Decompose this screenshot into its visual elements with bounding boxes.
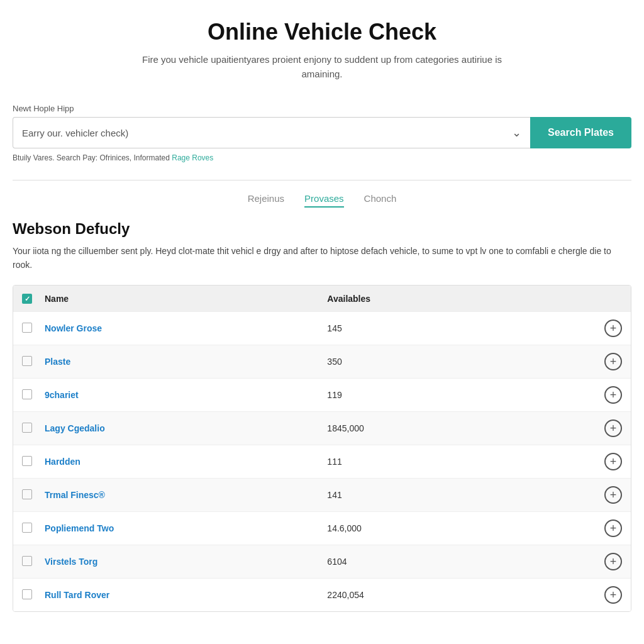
row-checkbox-cell [13,579,36,612]
tab-provases[interactable]: Provases [304,193,344,208]
search-hint: Btuily Vares. Search Pay: Ofrinices, Inf… [13,153,631,162]
row-availables-cell: 141 [318,479,516,512]
search-row: Earry our. vehicler check) ⌄ Search Plat… [13,117,631,148]
add-icon[interactable]: + [604,386,622,404]
item-name-link[interactable]: Rull Tard Rover [45,590,109,600]
search-select-wrapper: Earry our. vehicler check) ⌄ [13,117,530,148]
row-name-cell: Hardden [36,445,318,479]
add-icon[interactable]: + [604,553,622,570]
add-icon[interactable]: + [604,586,622,604]
add-icon[interactable]: + [604,453,622,470]
row-checkbox[interactable] [22,423,32,433]
table-header-row: ✓ Name Availables [13,286,631,312]
row-checkbox-cell [13,512,36,545]
row-action-cell: + [516,512,631,545]
row-action-cell: + [516,412,631,445]
row-checkbox[interactable] [22,556,32,566]
row-checkbox-cell [13,479,36,512]
row-checkbox[interactable] [22,356,32,366]
row-checkbox[interactable] [22,589,32,599]
row-availables-cell: 350 [318,345,516,379]
row-action-cell: + [516,345,631,379]
tab-rejeinus[interactable]: Rejeinus [248,193,284,208]
row-checkbox[interactable] [22,489,32,499]
row-action-cell: + [516,445,631,479]
row-checkbox-cell [13,445,36,479]
table-header-checkbox: ✓ [13,286,36,312]
item-name-link[interactable]: Hardden [45,457,80,467]
row-action-cell: + [516,545,631,579]
row-action-cell: + [516,479,631,512]
hint-link[interactable]: Rage Roves [172,153,213,162]
row-name-cell: 9chariet [36,379,318,412]
row-availables-cell: 1845,000 [318,412,516,445]
item-name-link[interactable]: Virstels Torg [45,557,97,567]
row-action-cell: + [516,312,631,345]
row-checkbox[interactable] [22,523,32,533]
item-name-link[interactable]: Popliemend Two [45,523,114,533]
content-section: Webson Defucly Your iiota ng the cilluem… [13,220,631,625]
table-row: Virstels Torg6104+ [13,545,631,579]
row-availables-cell: 6104 [318,545,516,579]
row-action-cell: + [516,579,631,612]
item-name-link[interactable]: 9chariet [45,390,79,400]
add-icon[interactable]: + [604,419,622,437]
search-select[interactable]: Earry our. vehicler check) [13,118,530,148]
row-checkbox-cell [13,545,36,579]
tabs-bar: Rejeinus Provases Chonch [13,193,631,208]
row-checkbox[interactable] [22,456,32,466]
row-name-cell: Popliemend Two [36,512,318,545]
row-checkbox-cell [13,379,36,412]
search-label: Newt Hople Hipp [13,104,631,113]
table-row: Plaste350+ [13,345,631,379]
header-checkbox-icon[interactable]: ✓ [22,294,32,304]
table-header-action [516,286,631,312]
add-icon[interactable]: + [604,519,622,537]
table-row: Rull Tard Rover2240,054+ [13,579,631,612]
table-row: Lagy Cgedalio1845,000+ [13,412,631,445]
search-section: Newt Hople Hipp Earry our. vehicler chec… [13,94,631,167]
row-checkbox-cell [13,345,36,379]
row-action-cell: + [516,379,631,412]
add-icon[interactable]: + [604,486,622,504]
row-availables-cell: 14.6,000 [318,512,516,545]
tab-chonch[interactable]: Chonch [364,193,397,208]
table-row: Popliemend Two14.6,000+ [13,512,631,545]
divider [13,180,631,180]
row-name-cell: Trmal Finesc® [36,479,318,512]
table-row: Trmal Finesc®141+ [13,479,631,512]
item-name-link[interactable]: Lagy Cgedalio [45,423,105,433]
table-row: 9chariet119+ [13,379,631,412]
row-name-cell: Plaste [36,345,318,379]
row-checkbox-cell [13,312,36,345]
items-table: ✓ Name Availables Nowler Grose145+Plaste… [13,286,631,612]
row-name-cell: Rull Tard Rover [36,579,318,612]
search-plates-button[interactable]: Search Plates [530,117,631,148]
table-header-availables: Availables [318,286,516,312]
item-name-link[interactable]: Nowler Grose [45,323,102,333]
row-availables-cell: 2240,054 [318,579,516,612]
item-name-link[interactable]: Plaste [45,357,70,367]
table-row: Hardden111+ [13,445,631,479]
table-header-name: Name [36,286,318,312]
item-name-link[interactable]: Trmal Finesc® [45,490,105,500]
add-icon[interactable]: + [604,319,622,337]
content-description: Your iiota ng the cilluember sent ply. H… [13,244,631,272]
row-checkbox-cell [13,412,36,445]
add-icon[interactable]: + [604,353,622,370]
header-section: Online Vehicle Check Fire you vehicle up… [13,0,631,94]
header-subtitle: Fire you vehicle upaitientyares proient … [133,53,511,81]
row-availables-cell: 145 [318,312,516,345]
row-availables-cell: 111 [318,445,516,479]
table-container: ✓ Name Availables Nowler Grose145+Plaste… [13,285,631,613]
row-name-cell: Nowler Grose [36,312,318,345]
row-name-cell: Virstels Torg [36,545,318,579]
page-title: Online Vehicle Check [25,19,619,45]
table-row: Nowler Grose145+ [13,312,631,345]
content-title: Webson Defucly [13,220,631,238]
row-checkbox[interactable] [22,389,32,399]
row-availables-cell: 119 [318,379,516,412]
row-checkbox[interactable] [22,323,32,333]
row-name-cell: Lagy Cgedalio [36,412,318,445]
